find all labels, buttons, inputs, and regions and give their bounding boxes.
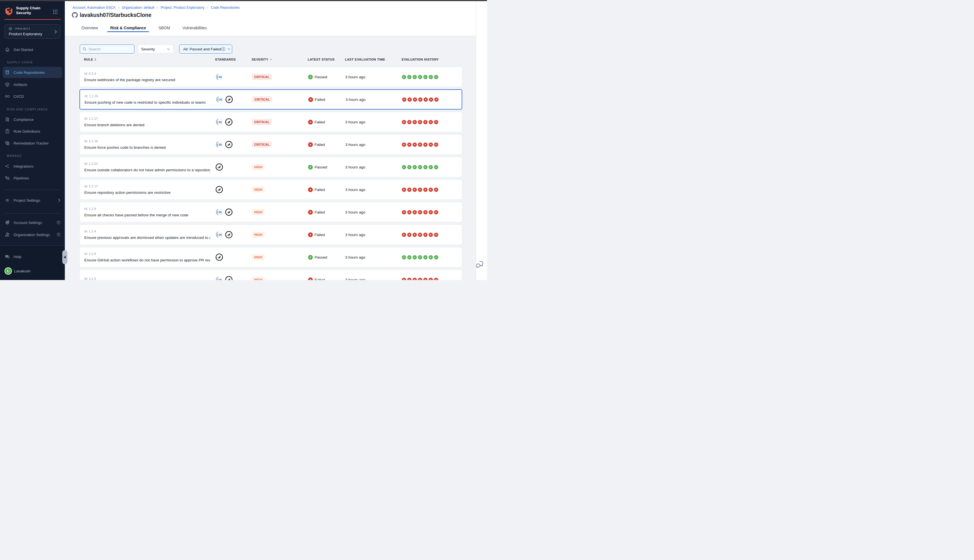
breadcrumb-link[interactable]: Project: Product Exploratory xyxy=(161,6,205,10)
rule-id: Id: 1.1.15 xyxy=(85,94,210,98)
box-wrench-icon xyxy=(5,140,10,146)
search-input[interactable] xyxy=(88,47,131,51)
status-label: Failed xyxy=(315,210,325,214)
table-row[interactable]: Id: 1.1.5 CIS HIGH × Failed xyxy=(80,270,462,280)
rule-text: Ensure branch deletions are denied xyxy=(84,123,210,127)
status-cell: × Failed xyxy=(308,210,345,215)
severity-cell: HIGH xyxy=(252,254,308,260)
sidebar-item-account-settings[interactable]: Account Settings xyxy=(3,219,62,226)
app-launcher-grid-icon[interactable] xyxy=(52,9,58,15)
table-row[interactable]: Id: 1.1.17 Ensure branch deletions are d… xyxy=(80,112,462,132)
sidebar-item-artifacts[interactable]: Artifacts xyxy=(3,81,62,88)
column-header-evaluation-history: EVALUATION HISTORY xyxy=(402,58,462,61)
evaluation-time: 3 hours ago xyxy=(345,120,402,124)
sidebar-item-pipelines[interactable]: Pipelines xyxy=(3,174,62,182)
severity-badge: HIGH xyxy=(252,254,265,260)
severity-cell: CRITICAL xyxy=(252,119,308,125)
table-row[interactable]: Id: 1.1.4 Ensure previous approvals are … xyxy=(80,225,462,245)
table-row[interactable]: Id: 1.2.21 Ensure outside collaborators … xyxy=(80,157,462,177)
cis-badge-icon: CIS xyxy=(215,140,223,148)
owasp-badge-icon xyxy=(225,140,233,148)
status-icon: × xyxy=(308,120,313,125)
rule-id: Id: 1.1.4 xyxy=(84,230,210,233)
history-failed-icon: × xyxy=(418,188,422,192)
history-failed-icon: × xyxy=(407,188,412,192)
sidebar-item-code-repositories[interactable]: Code Repositories xyxy=(3,67,62,78)
rule-cell: Id: 1.2.9 Ensure GitHub action workflows… xyxy=(84,252,215,262)
browser-top-strip xyxy=(0,0,487,1)
table-row[interactable]: Id: 1.1.15 Ensure pushing of new code is… xyxy=(80,89,462,110)
standards-cell: CIS xyxy=(215,231,252,238)
table-row[interactable]: Id: 1.1.9 Ensure all checks have passed … xyxy=(80,202,462,222)
breadcrumb-separator-icon: › xyxy=(157,5,158,10)
history-failed-icon: × xyxy=(418,210,422,214)
history-failed-icon: × xyxy=(407,143,412,147)
sidebar-collapse-handle[interactable] xyxy=(62,250,67,264)
tab-risk-compliance[interactable]: Risk & Compliance xyxy=(107,24,149,32)
tab-sbom[interactable]: SBOM xyxy=(155,24,173,32)
severity-badge: HIGH xyxy=(252,277,265,280)
history-failed-icon: × xyxy=(423,188,427,192)
sidebar-item-help[interactable]: ? Help xyxy=(3,253,62,260)
user-name[interactable]: Lavakush xyxy=(14,269,30,273)
sidebar-item-rule-definitions[interactable]: Rule Definitions xyxy=(3,128,62,135)
sidebar-item-project-settings[interactable]: Project Settings xyxy=(3,197,62,204)
breadcrumb-link[interactable]: Account: Automation-SSCA xyxy=(72,6,115,10)
table-row[interactable]: Id: 4.3.4 Ensure webhooks of the package… xyxy=(80,67,462,87)
share-nodes-icon xyxy=(5,164,10,169)
rule-id: Id: 1.1.16 xyxy=(84,140,210,143)
evaluation-time: 3 hours ago xyxy=(345,233,402,237)
table-row[interactable]: Id: 1.1.16 Ensure force pushes code to b… xyxy=(80,134,462,155)
info-icon[interactable] xyxy=(57,233,61,237)
document-search-icon xyxy=(5,117,10,122)
evaluation-history: ××××××× xyxy=(402,120,462,124)
vertical-scrollbar[interactable] xyxy=(476,1,487,280)
history-failed-icon: × xyxy=(429,278,433,280)
breadcrumb-link[interactable]: Code Repositories xyxy=(211,6,240,10)
tab-vulnerabilities[interactable]: Vulnerabilities xyxy=(179,24,210,32)
severity-sort-icon[interactable]: ▼ xyxy=(270,58,272,61)
status-label: Passed xyxy=(315,165,327,169)
history-passed-icon: ✓ xyxy=(429,255,433,260)
status-label: Failed xyxy=(315,120,325,124)
tab-overview[interactable]: Overview xyxy=(78,24,101,32)
sidebar-item-label: CI/CD xyxy=(13,94,24,98)
severity-cell: CRITICAL xyxy=(252,96,309,103)
org-chart-gear-icon xyxy=(5,232,10,237)
history-failed-icon: × xyxy=(402,97,406,102)
clear-filter-icon[interactable] xyxy=(221,47,225,51)
evaluation-history: ××××××× xyxy=(402,233,462,237)
history-failed-icon: × xyxy=(429,210,433,214)
history-failed-icon: × xyxy=(429,120,433,124)
app-title: Supply Chain Security xyxy=(16,6,50,15)
status-filter-label: All: Passed and Failed xyxy=(183,47,221,51)
info-icon[interactable] xyxy=(57,220,61,225)
svg-text:CIS: CIS xyxy=(217,233,222,236)
user-avatar[interactable]: L xyxy=(5,267,12,275)
chat-support-icon[interactable] xyxy=(475,260,485,270)
rule-text: Ensure webhooks of the package registry … xyxy=(84,78,210,82)
history-passed-icon: ✓ xyxy=(423,165,427,169)
severity-filter-dropdown[interactable]: Severity xyxy=(138,45,173,53)
history-failed-icon: × xyxy=(434,97,439,102)
sidebar-item-integrations[interactable]: Integrations xyxy=(3,163,62,170)
tab-bar: OverviewRisk & ComplianceSBOMVulnerabili… xyxy=(78,24,210,32)
project-selector[interactable]: PROJECT Product Exploratory xyxy=(5,24,60,38)
history-passed-icon: ✓ xyxy=(434,75,438,79)
rule-text: Ensure previous approvals are dismissed … xyxy=(84,235,210,240)
sidebar-item-get-started[interactable]: Get Started xyxy=(3,46,62,53)
table-row[interactable]: Id: 1.2.17 Ensure repository action perm… xyxy=(80,180,462,200)
history-passed-icon: ✓ xyxy=(418,75,422,79)
table-row[interactable]: Id: 1.2.9 Ensure GitHub action workflows… xyxy=(80,247,462,267)
status-filter-dropdown[interactable]: All: Passed and Failed xyxy=(179,45,232,53)
sidebar-item-compliance[interactable]: Compliance xyxy=(3,116,62,123)
status-label: Failed xyxy=(315,278,325,280)
sidebar-item-organization-settings[interactable]: Organization Settings xyxy=(3,231,62,238)
sidebar-item-cicd[interactable]: CI/CD xyxy=(3,93,62,100)
sidebar-item-remediation-tracker[interactable]: Remediation Tracker xyxy=(3,140,62,147)
severity-cell: HIGH xyxy=(252,164,308,170)
rule-sort-icon[interactable]: ▲▼ xyxy=(94,58,97,61)
status-cell: ✓ Passed xyxy=(308,255,345,260)
evaluation-history: ✓✓✓✓✓✓✓ xyxy=(402,165,462,169)
breadcrumb-link[interactable]: Organization: default xyxy=(122,6,154,10)
